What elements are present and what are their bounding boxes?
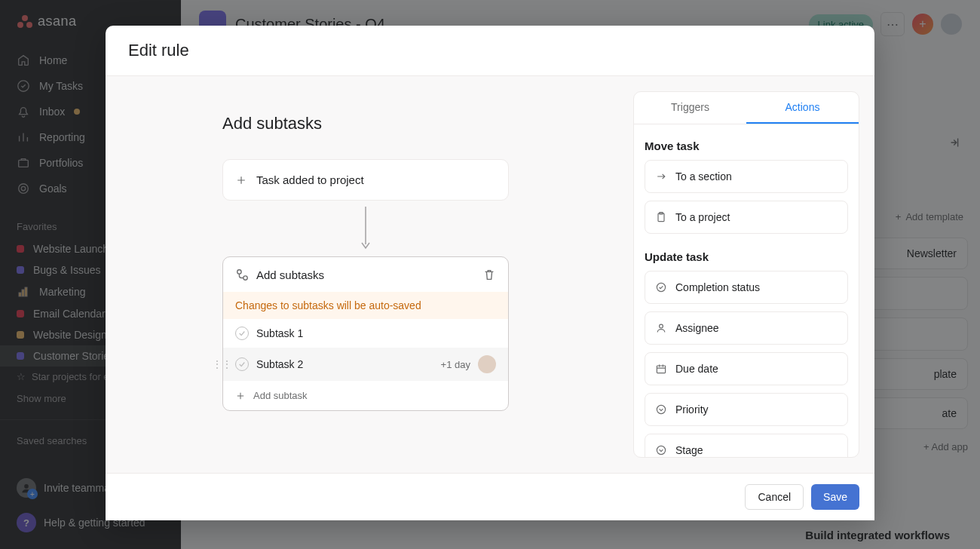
calendar-icon (654, 362, 668, 376)
edit-rule-modal: Edit rule Add subtasks Task added to pro… (106, 26, 874, 520)
action-assignee[interactable]: Assignee (645, 311, 848, 345)
save-button[interactable]: Save (811, 484, 859, 510)
delete-action-button[interactable] (482, 268, 496, 281)
svg-point-20 (657, 446, 665, 454)
trigger-card[interactable]: Task added to project (222, 159, 509, 201)
action-stage[interactable]: Stage (645, 434, 848, 457)
add-subtask-label: Add subtask (253, 390, 308, 401)
option-label: Due date (675, 363, 718, 375)
plus-icon (235, 391, 246, 401)
subtask-branch-icon (235, 268, 249, 281)
rule-canvas: Add subtasks Task added to project Add s… (106, 76, 633, 473)
action-completion-status[interactable]: Completion status (645, 271, 848, 304)
svg-point-13 (243, 276, 247, 280)
action-due-date[interactable]: Due date (645, 352, 848, 385)
assignee-avatar[interactable] (478, 355, 496, 373)
modal-header: Edit rule (106, 26, 874, 76)
complete-checkbox-icon[interactable] (235, 327, 249, 340)
canvas-title: Add subtasks (222, 114, 603, 133)
tab-triggers[interactable]: Triggers (634, 92, 746, 124)
plus-icon (235, 174, 247, 186)
panel-tabs: Triggers Actions (634, 92, 859, 124)
group-update-task: Update task (645, 241, 848, 271)
check-circle-icon (654, 281, 668, 294)
subtask-name: Subtask 2 (256, 358, 303, 370)
tab-actions[interactable]: Actions (746, 92, 859, 124)
subtask-row-1[interactable]: Subtask 1 (223, 319, 508, 348)
action-card-header: Add subtasks (223, 257, 508, 292)
option-label: Assignee (675, 322, 719, 334)
cancel-button[interactable]: Cancel (745, 484, 804, 510)
person-icon (654, 321, 668, 335)
action-to-section[interactable]: To a section (645, 160, 848, 193)
modal-title: Edit rule (128, 41, 852, 60)
svg-point-17 (660, 324, 663, 328)
relative-due-date: +1 day (441, 359, 470, 370)
add-subtask-button[interactable]: Add subtask (223, 381, 508, 410)
clipboard-icon (654, 210, 668, 224)
option-label: Completion status (675, 281, 760, 293)
dropdown-circle-icon (654, 443, 668, 457)
group-move-task: Move task (645, 135, 848, 160)
option-label: Stage (675, 444, 703, 456)
action-card-title: Add subtasks (256, 268, 324, 281)
svg-point-19 (657, 405, 665, 413)
dropdown-circle-icon (654, 403, 668, 416)
autosave-warning: Changes to subtasks will be auto-saved (223, 292, 508, 319)
action-priority[interactable]: Priority (645, 393, 848, 426)
flow-arrow (222, 201, 509, 256)
svg-point-12 (237, 270, 241, 274)
subtask-row-2[interactable]: ⋮⋮ Subtask 2 +1 day (223, 348, 508, 381)
rules-side-panel: Triggers Actions Move task To a section … (633, 91, 859, 458)
trigger-label: Task added to project (256, 173, 364, 186)
option-label: To a section (675, 170, 732, 182)
action-card-add-subtasks[interactable]: Add subtasks Changes to subtasks will be… (222, 256, 509, 411)
svg-rect-18 (657, 366, 665, 373)
option-label: To a project (675, 211, 730, 223)
trash-icon (482, 268, 496, 281)
complete-checkbox-icon[interactable] (235, 357, 249, 371)
action-to-project[interactable]: To a project (645, 201, 848, 234)
drag-handle-icon[interactable]: ⋮⋮ (213, 359, 232, 370)
arrow-right-icon (654, 170, 668, 183)
arrow-down-icon (360, 207, 371, 250)
option-label: Priority (675, 403, 709, 416)
svg-rect-14 (658, 213, 664, 221)
modal-footer: Cancel Save (106, 474, 874, 520)
subtask-name: Subtask 1 (256, 327, 303, 339)
actions-list: Move task To a section To a project Upda… (634, 124, 859, 457)
